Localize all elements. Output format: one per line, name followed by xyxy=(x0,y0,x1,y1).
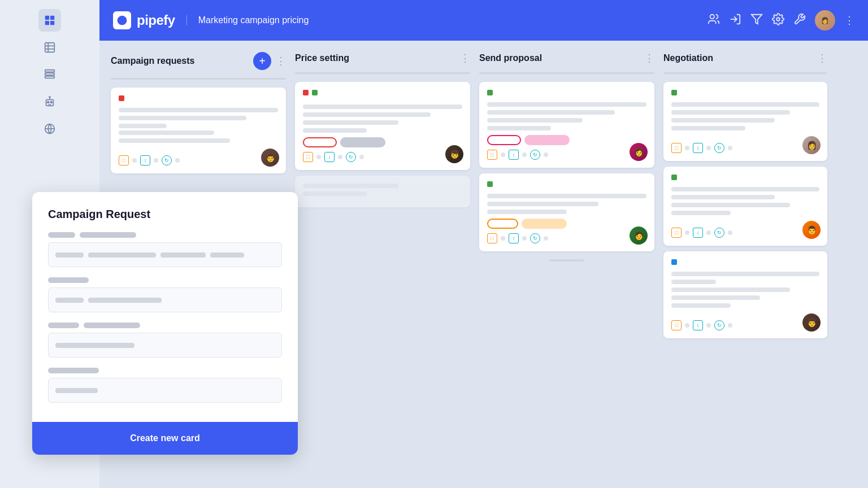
form-input-line xyxy=(55,343,134,348)
svg-rect-10 xyxy=(45,76,55,79)
column-header-send-proposal: Send proposal ⋮ xyxy=(479,52,654,64)
card-icon-circle[interactable]: ↻ xyxy=(530,233,540,243)
sidebar-item-globe[interactable] xyxy=(38,117,61,140)
card-icon-teal[interactable]: ↕ xyxy=(693,320,703,330)
table-row: □ ↕ ↻ 👨 xyxy=(663,251,827,338)
form-label-line xyxy=(48,368,99,373)
card-dot-sm xyxy=(359,155,364,159)
card-dot-sm xyxy=(728,323,732,328)
sidebar-item-robot[interactable] xyxy=(38,90,61,113)
card-icon-teal[interactable]: ↕ xyxy=(140,155,150,165)
card-footer: □ ↕ ↻ 👨 xyxy=(119,155,278,165)
card-icon-circle[interactable]: ↻ xyxy=(162,155,172,165)
card-icon-circle[interactable]: ↻ xyxy=(530,150,540,160)
card-icon-teal[interactable]: ↕ xyxy=(324,152,335,162)
column-title-negotiation: Negotiation xyxy=(663,53,813,63)
card-icon-teal[interactable]: ↕ xyxy=(693,143,703,153)
card-dot-sm xyxy=(544,236,548,241)
form-group-client xyxy=(48,232,282,267)
card-icon-orange[interactable]: □ xyxy=(487,150,497,160)
card-icons: □ ↕ ↻ xyxy=(303,152,364,162)
column-title-send-proposal: Send proposal xyxy=(479,53,640,63)
card-icon-circle[interactable]: ↻ xyxy=(714,143,724,153)
card-dot-sm xyxy=(522,152,527,157)
card-icon-orange[interactable]: □ xyxy=(303,152,313,162)
card-icons: □ ↕ ↻ xyxy=(671,143,732,153)
card-line xyxy=(671,187,819,191)
card-icon-orange[interactable]: □ xyxy=(671,143,682,153)
table-row xyxy=(295,176,470,207)
card-icon-circle[interactable]: ↻ xyxy=(346,152,356,162)
more-dots-icon[interactable]: ⋮ xyxy=(844,14,854,27)
svg-rect-0 xyxy=(45,16,49,20)
form-label-line xyxy=(80,232,136,238)
form-group-budget xyxy=(48,277,282,312)
card-line xyxy=(303,104,462,109)
form-input-line xyxy=(88,298,162,303)
card-tags xyxy=(487,135,646,145)
card-dot-sm xyxy=(728,146,732,150)
card-icon-orange[interactable]: □ xyxy=(487,233,497,243)
form-input-line xyxy=(55,298,84,303)
card-icon-teal[interactable]: ↕ xyxy=(509,150,519,160)
card-icon-orange[interactable]: □ xyxy=(671,320,682,330)
column-underline xyxy=(295,72,470,74)
sidebar-item-list[interactable] xyxy=(38,36,61,59)
logo: pipefy xyxy=(113,11,175,29)
column-menu-price[interactable]: ⋮ xyxy=(460,52,470,64)
filter-icon[interactable] xyxy=(750,13,763,28)
card-avatar: 🧑 xyxy=(630,226,648,245)
form-input-line xyxy=(210,252,244,258)
card-line xyxy=(671,203,790,207)
people-icon[interactable] xyxy=(708,13,720,28)
table-row: □ ↕ ↻ 👦 xyxy=(295,82,470,170)
card-icon-teal[interactable]: ↕ xyxy=(509,233,519,243)
card-icon-orange[interactable]: □ xyxy=(119,155,129,165)
svg-point-19 xyxy=(776,18,780,21)
card-line xyxy=(487,110,615,115)
column-negotiation: Negotiation ⋮ □ ↕ ↻ xyxy=(663,52,827,338)
settings-icon[interactable] xyxy=(772,13,784,28)
column-header-price-setting: Price setting ⋮ xyxy=(295,52,470,64)
card-dot-sm xyxy=(728,230,732,235)
card-icon-teal[interactable]: ↕ xyxy=(693,228,703,238)
form-input-client[interactable] xyxy=(48,242,282,267)
svg-point-13 xyxy=(50,102,52,103)
logo-text: pipefy xyxy=(137,12,175,28)
card-icon-orange[interactable]: □ xyxy=(671,228,682,238)
form-label-client xyxy=(48,232,282,238)
form-input-timeline[interactable] xyxy=(48,333,282,358)
card-line xyxy=(671,211,731,215)
card-line xyxy=(671,287,790,292)
create-card-overlay: Campaign Request xyxy=(32,192,298,455)
column-menu-send-proposal[interactable]: ⋮ xyxy=(644,52,654,64)
card-line xyxy=(671,110,790,115)
header-avatar[interactable]: 👩 xyxy=(815,10,835,30)
card-label-green xyxy=(487,90,493,95)
form-input-line xyxy=(160,252,206,258)
svg-marker-18 xyxy=(752,14,762,24)
card-avatar: 👨 xyxy=(802,313,821,332)
card-line xyxy=(303,184,398,188)
card-line xyxy=(119,138,230,143)
form-input-description[interactable] xyxy=(48,378,282,403)
form-label-description xyxy=(48,368,282,373)
card-footer: □ ↕ ↻ 🧑 xyxy=(487,233,646,243)
sidebar-item-table[interactable] xyxy=(38,63,61,86)
add-card-button-campaign[interactable]: + xyxy=(253,52,271,70)
sign-in-icon[interactable] xyxy=(729,13,741,28)
create-card-button[interactable]: Create new card xyxy=(130,433,200,443)
card-line xyxy=(487,202,598,206)
card-footer: □ ↕ ↻ 👨 xyxy=(671,228,819,238)
card-icon-circle[interactable]: ↻ xyxy=(714,228,724,238)
tool-icon[interactable] xyxy=(793,13,806,28)
column-menu-negotiation[interactable]: ⋮ xyxy=(817,52,827,64)
header-title: Marketing campaign pricing xyxy=(186,15,309,25)
card-line xyxy=(119,124,167,128)
sidebar-item-grid[interactable] xyxy=(38,9,61,32)
column-menu-campaign[interactable]: ⋮ xyxy=(276,55,286,67)
card-icons: □ ↕ ↻ xyxy=(671,320,732,330)
header-actions: 👩 ⋮ xyxy=(708,10,854,30)
form-input-budget[interactable] xyxy=(48,287,282,312)
card-icon-circle[interactable]: ↻ xyxy=(714,320,724,330)
